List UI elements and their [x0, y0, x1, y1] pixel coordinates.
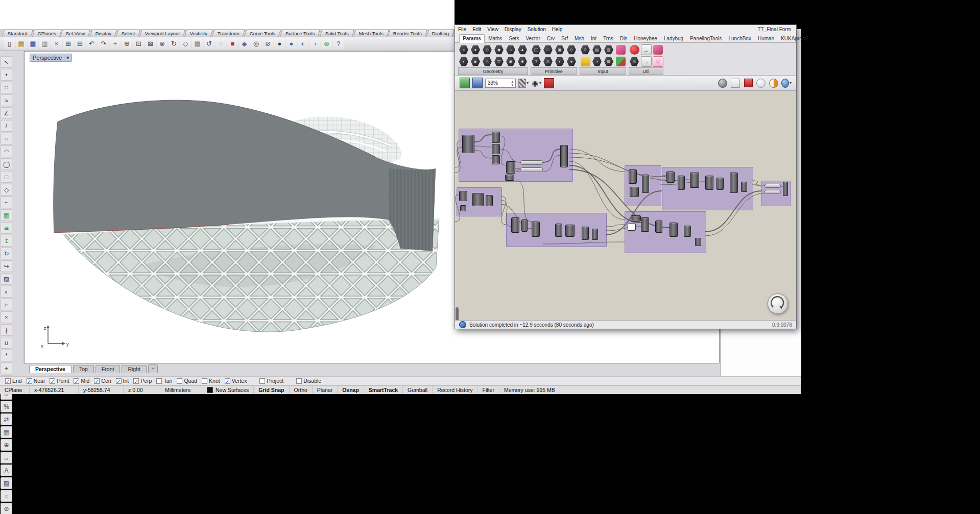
component-node[interactable] — [506, 161, 515, 174]
gh-tab-panelingtools[interactable]: PanelingTools — [687, 35, 725, 42]
paste-icon[interactable]: ⊟ — [75, 38, 85, 49]
toolbar-tab-standard[interactable]: Standard — [2, 30, 33, 37]
gh-menu-edit[interactable]: Edit — [472, 27, 485, 32]
undo-view-change-icon[interactable]: ↺ — [204, 38, 214, 49]
toolbar-tab-select[interactable]: Select — [116, 30, 140, 37]
component-node[interactable] — [511, 217, 519, 233]
ellipse-tool-icon[interactable]: ◯ — [1, 158, 12, 170]
slider-node[interactable] — [520, 160, 543, 165]
checkbox-icon[interactable] — [296, 378, 302, 384]
component-icon[interactable] — [629, 44, 640, 56]
component-node[interactable] — [505, 175, 514, 181]
component-node[interactable] — [730, 173, 738, 193]
toolbar-tab-drafting[interactable]: Drafting — [426, 30, 455, 37]
component-node[interactable] — [459, 191, 467, 201]
component-icon[interactable] — [615, 44, 626, 56]
open-file-icon[interactable]: ▤ — [16, 38, 27, 49]
shaded-viewport-icon[interactable]: ● — [274, 38, 285, 49]
component-icon[interactable] — [615, 56, 626, 67]
component-node[interactable] — [462, 135, 474, 153]
component-icon[interactable]: ● — [470, 44, 481, 56]
preview-off-icon[interactable] — [718, 78, 728, 88]
component-node[interactable] — [532, 222, 540, 237]
status-gumball[interactable]: Gumball — [403, 386, 433, 394]
component-node[interactable] — [521, 219, 528, 232]
lock-tool-icon[interactable]: ⊘ — [1, 503, 12, 514]
status-cplane[interactable]: CPlane — [0, 386, 30, 394]
circle-tool-icon[interactable]: ○ — [1, 133, 12, 144]
component-node[interactable] — [472, 193, 484, 206]
print-icon[interactable]: ▥ — [39, 38, 50, 49]
ghosted-viewport-icon[interactable]: ◐ — [298, 38, 308, 49]
palette-group-label[interactable]: Primitive — [531, 67, 577, 75]
options-gear-icon[interactable]: ⊛ — [321, 38, 332, 49]
bake-brush-icon[interactable] — [544, 78, 554, 88]
toolbar-tab-curve-tools[interactable]: Curve Tools — [244, 30, 281, 37]
canvas-scrollbar[interactable] — [456, 307, 459, 320]
osnap-toggle-perp[interactable]: ✓Perp — [133, 378, 152, 384]
toolbar-tab-transform[interactable]: Transform — [212, 30, 245, 37]
preview-settings-icon[interactable]: ◉▾ — [531, 78, 541, 88]
trim-tool-icon[interactable]: × — [1, 311, 12, 323]
component-icon[interactable]: ▲ — [517, 44, 528, 56]
osnap-toggle-int[interactable]: ✓Int — [116, 378, 129, 384]
component-icon[interactable]: ▦ — [603, 56, 614, 67]
gh-tab-ladybug[interactable]: Ladybug — [661, 35, 686, 42]
text-tool-icon[interactable]: A — [1, 464, 12, 476]
checkbox-icon[interactable]: ✓ — [225, 378, 230, 384]
component-icon[interactable]: ◎ — [629, 56, 640, 67]
save-file-icon[interactable]: ▦ — [28, 38, 38, 49]
zoom-level-select[interactable]: 33% ▴▾ — [485, 79, 516, 88]
component-icon[interactable]: → — [640, 56, 652, 67]
toolbar-tab-set-view[interactable]: Set View — [60, 30, 90, 37]
panel-node[interactable] — [628, 224, 636, 231]
zoom-selected-icon[interactable]: ⊗ — [157, 38, 168, 49]
boolean-union-icon[interactable]: ◐ — [1, 286, 12, 298]
status-planar[interactable]: Planar — [313, 386, 338, 394]
join-tool-icon[interactable]: ∪ — [1, 337, 12, 349]
osnap-toggle-end[interactable]: ✓End — [5, 378, 22, 384]
toolbar-tab-display[interactable]: Display — [90, 30, 117, 37]
viewport-tab-top[interactable]: Top — [73, 365, 94, 373]
navigation-compass[interactable] — [768, 293, 788, 314]
gh-tab-human[interactable]: Human — [755, 35, 777, 42]
component-node[interactable] — [684, 226, 691, 237]
arc-tool-icon[interactable]: ◠ — [1, 145, 12, 157]
command-area[interactable] — [0, 0, 455, 30]
gh-tab-crv[interactable]: Crv — [544, 35, 558, 42]
pan-view-icon[interactable]: + — [110, 38, 121, 49]
toolbar-tab-visibility[interactable]: Visibility — [184, 30, 213, 37]
checkbox-icon[interactable] — [177, 378, 182, 384]
component-icon[interactable]: ▥ — [603, 44, 614, 56]
component-icon[interactable]: → — [640, 44, 652, 56]
component-node[interactable] — [492, 155, 500, 164]
component-icon[interactable]: ▽ — [493, 56, 505, 67]
component-icon[interactable]: ◑ — [591, 56, 603, 67]
object-marker-icon[interactable]: ■ — [227, 38, 238, 49]
extrude-surface-icon[interactable]: ↥ — [1, 235, 12, 247]
gh-tab-lunchbox[interactable]: LunchBox — [725, 35, 754, 42]
line-tool-icon[interactable]: / — [1, 120, 12, 132]
gh-menu-display[interactable]: Display — [505, 27, 525, 32]
gh-menu-view[interactable]: View — [487, 27, 503, 32]
copy-icon[interactable]: ⊞ — [63, 38, 74, 49]
component-icon[interactable]: □ — [542, 44, 554, 56]
grid-snap-toggle-icon[interactable]: ▦ — [192, 38, 203, 49]
component-icon[interactable] — [652, 44, 663, 56]
gh-tab-vector[interactable]: Vector — [522, 35, 543, 42]
component-node[interactable] — [690, 173, 699, 188]
zoom-window-icon[interactable]: ⊡ — [133, 38, 144, 49]
osnap-toggle-vertex[interactable]: ✓Vertex — [225, 378, 247, 384]
display-settings-icon[interactable]: ▾ — [518, 78, 529, 88]
gh-tab-params[interactable]: Params — [459, 34, 485, 43]
palette-group-label[interactable]: Util — [629, 67, 663, 75]
osnap-toggle-knot[interactable]: Knot — [202, 378, 220, 384]
component-node[interactable] — [642, 175, 649, 193]
rectangle-tool-icon[interactable]: □ — [1, 171, 12, 183]
status-filter[interactable]: Filter — [478, 386, 499, 394]
point-cloud-icon[interactable]: ∷ — [1, 82, 12, 93]
osnap-toggle-point[interactable]: ✓Point — [50, 378, 69, 384]
component-node[interactable] — [486, 195, 493, 206]
toolbar-tab-viewport-layout[interactable]: Viewport Layout — [139, 30, 185, 37]
gh-tab-int[interactable]: Int — [588, 35, 600, 42]
